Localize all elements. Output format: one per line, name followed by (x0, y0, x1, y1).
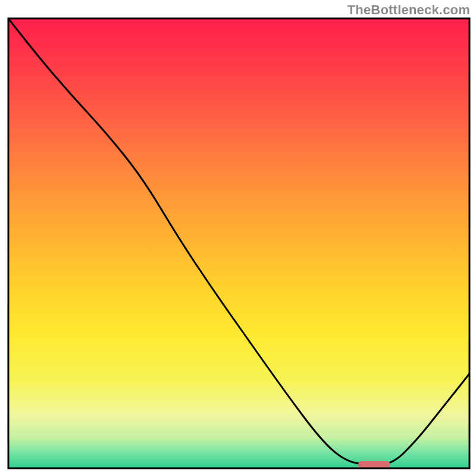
optimal-marker (358, 461, 390, 468)
bottleneck-chart (0, 0, 476, 476)
gradient-background (8, 18, 469, 468)
chart-root: TheBottleneck.com (0, 0, 476, 476)
